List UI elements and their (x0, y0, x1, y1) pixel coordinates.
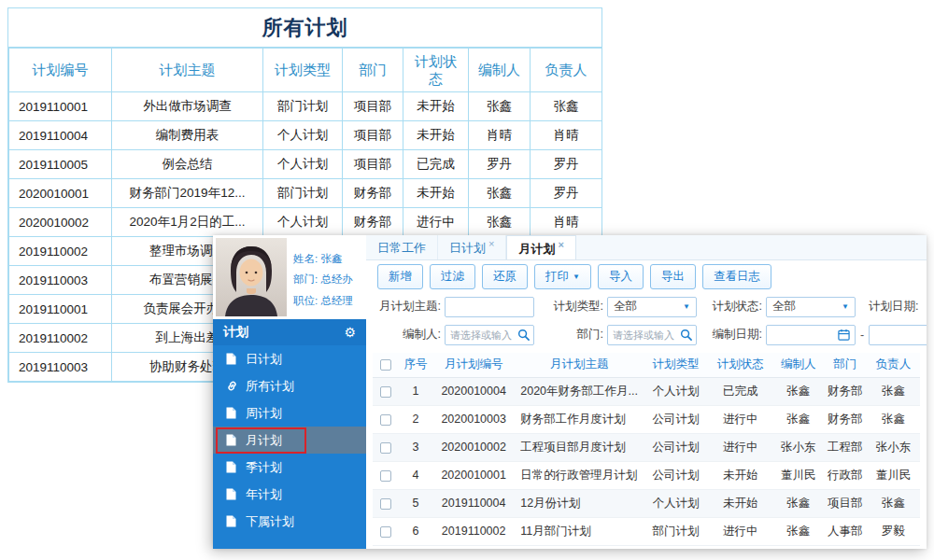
plan-author: 张鑫 (469, 92, 531, 121)
view-log-button[interactable]: 查看日志 (702, 264, 771, 289)
table-row: 4 2020010001 日常的行政管理月计划 公司计划 未开始 董川民 行政部… (373, 461, 920, 489)
plan-dept: 财务部 (824, 377, 867, 405)
close-icon[interactable]: × (488, 239, 494, 248)
col-header-no: 序号 (399, 353, 432, 377)
plan-code: 2019110001 (9, 295, 112, 324)
row-checkbox[interactable] (380, 442, 391, 454)
table-row: 2020010002 2020年1月2日的工... 个人计划 财务部 进行中 张… (9, 208, 602, 237)
sidebar-item-all-plans[interactable]: 所有计划 (213, 372, 366, 399)
row-no: 4 (399, 461, 432, 489)
author-link[interactable]: 张鑫 (773, 517, 824, 545)
subject-filter-input[interactable] (445, 297, 534, 317)
author-link[interactable]: 张鑫 (773, 405, 824, 433)
plan-subject-link[interactable]: 工程项目部月度计划 (515, 433, 644, 461)
sidebar-item-label: 季计划 (246, 459, 282, 476)
type-select-value: 全部 (614, 299, 637, 315)
row-checkbox[interactable] (380, 470, 391, 482)
sidebar-item-daily-plan[interactable]: 日计划 (213, 345, 366, 372)
plan-status: 未开始 (403, 121, 469, 150)
tab-daily-plan[interactable]: 日计划 × (438, 235, 506, 259)
sidebar-item-weekly-plan[interactable]: 周计划 (213, 399, 366, 427)
import-button[interactable]: 导入 (598, 264, 644, 289)
owner-link[interactable]: 张鑫 (867, 405, 920, 433)
sidebar-item-label: 月计划 (246, 432, 282, 449)
plan-subject-link[interactable]: 11月部门计划 (515, 517, 644, 545)
document-icon (226, 461, 238, 473)
plan-owner: 罗丹 (531, 179, 602, 208)
tab-daily-work[interactable]: 日常工作 (366, 235, 438, 259)
status-select[interactable]: 全部 ▼ (766, 297, 856, 317)
restore-button[interactable]: 还原 (482, 264, 528, 289)
sidebar-item-label: 年计划 (246, 486, 282, 503)
search-icon[interactable] (680, 329, 692, 341)
sidebar-section-label: 计划 (223, 324, 248, 341)
type-select[interactable]: 全部 ▼ (607, 297, 697, 317)
plan-author: 张鑫 (469, 179, 531, 208)
filter-button[interactable]: 过滤 (430, 264, 475, 289)
author-link[interactable]: 张鑫 (773, 489, 824, 517)
plan-subject: 外出做市场调查 (112, 92, 263, 121)
author-link[interactable]: 张鑫 (773, 377, 824, 405)
export-button[interactable]: 导出 (650, 264, 696, 289)
tab-label: 日计划 (449, 240, 486, 256)
select-all-checkbox[interactable] (380, 359, 391, 371)
select-cell (373, 433, 399, 461)
sidebar-item-annual-plan[interactable]: 年计划 (213, 481, 366, 508)
plan-dept: 行政部 (824, 461, 867, 489)
plan-subject-link[interactable]: 12月份计划 (515, 489, 644, 517)
plan-dept: 项目部 (343, 92, 403, 121)
document-icon (226, 488, 238, 500)
author-link[interactable]: 董川民 (773, 461, 824, 489)
print-button[interactable]: 打印 ▼ (534, 264, 591, 289)
plan-code-link[interactable]: 2020010004 (432, 377, 515, 405)
monthly-plan-window: 姓名: 张鑫 部门: 总经办 职位: 总经理 计划 ⚙ 日计划 (213, 235, 927, 549)
tab-label: 月计划 (518, 241, 555, 257)
plan-type: 部门计划 (263, 92, 343, 121)
plan-author: 罗丹 (469, 150, 531, 179)
owner-link[interactable]: 张鑫 (867, 489, 920, 517)
plan-code-link[interactable]: 2019110002 (432, 517, 515, 545)
plan-code-link[interactable]: 2020010003 (432, 405, 515, 433)
row-checkbox[interactable] (380, 498, 391, 510)
dept-search-box[interactable] (607, 325, 697, 345)
row-checkbox[interactable] (380, 386, 391, 398)
filter-panel: 月计划主题: 计划类型: 全部 ▼ 计划状态: 全部 ▼ 计划日期: 编制人: (366, 293, 927, 350)
plan-subject-link[interactable]: 日常的行政管理月计划 (515, 461, 644, 489)
row-checkbox[interactable] (380, 414, 391, 426)
subject-filter-label: 月计划主题: (366, 299, 441, 315)
plan-code-link[interactable]: 2020010002 (432, 433, 515, 461)
owner-link[interactable]: 罗毅 (867, 517, 920, 545)
tab-label: 日常工作 (377, 240, 426, 256)
sidebar-item-subordinate-plans[interactable]: 下属计划 (213, 508, 366, 535)
sidebar-item-quarterly-plan[interactable]: 季计划 (213, 454, 366, 481)
search-icon[interactable] (517, 329, 530, 341)
create-date-start-input[interactable] (766, 325, 856, 345)
table-row: 2020010001 财务部门2019年12... 部门计划 财务部 未开始 张… (9, 179, 602, 208)
owner-link[interactable]: 董川民 (867, 461, 920, 489)
plan-dept: 人事部 (824, 517, 867, 545)
owner-link[interactable]: 张小东 (867, 433, 920, 461)
gear-icon[interactable]: ⚙ (344, 325, 356, 340)
plan-code-link[interactable]: 2020010001 (432, 461, 515, 489)
author-link[interactable]: 张小东 (773, 433, 824, 461)
row-checkbox[interactable] (380, 526, 391, 538)
dept-search-input[interactable] (608, 329, 680, 341)
add-button[interactable]: 新增 (377, 264, 423, 289)
create-date-end-input[interactable] (869, 325, 927, 345)
plan-code-link[interactable]: 2019110004 (432, 489, 515, 517)
col-header-owner: 负责人 (531, 49, 602, 92)
plan-subject-link[interactable]: 财务部工作月度计划 (515, 405, 644, 433)
author-search-input[interactable] (446, 329, 517, 341)
author-search-box[interactable] (445, 325, 534, 345)
monthly-plan-header-row: 序号 月计划编号 月计划主题 计划类型 计划状态 编制人 部门 负责人 (373, 353, 920, 377)
monthly-plan-table: 序号 月计划编号 月计划主题 计划类型 计划状态 编制人 部门 负责人 1 2 (373, 353, 920, 546)
plan-subject-link[interactable]: 2020年财务部工作月... (515, 377, 644, 405)
plan-subject: 2020年1月2日的工... (112, 208, 263, 237)
sidebar-item-monthly-plan[interactable]: 月计划 (213, 427, 366, 454)
owner-link[interactable]: 张鑫 (867, 377, 920, 405)
plan-owner: 肖晴 (531, 121, 602, 150)
profile-position: 职位: 总经理 (293, 290, 363, 311)
close-icon[interactable]: × (558, 240, 563, 249)
tab-monthly-plan[interactable]: 月计划 × (506, 235, 575, 259)
calendar-icon[interactable] (838, 329, 850, 341)
